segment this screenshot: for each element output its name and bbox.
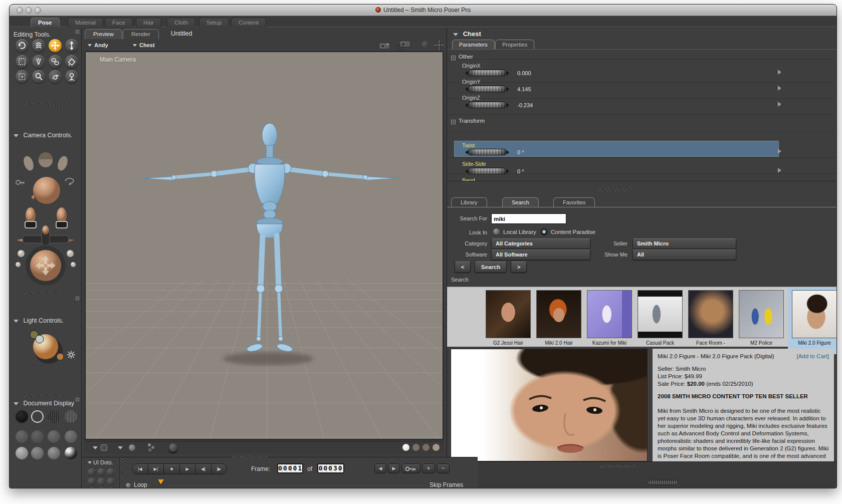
result-thumb-casual-pack[interactable]: Casual Pack: [637, 290, 684, 351]
ui-dot-button[interactable]: [88, 468, 96, 476]
loop-toggle[interactable]: [126, 483, 131, 488]
param-label[interactable]: Side-Side: [462, 161, 486, 167]
param-dial-twist[interactable]: [463, 149, 511, 155]
section-drag-handle[interactable]: [232, 455, 267, 458]
content-paradise-label[interactable]: Content Paradise: [551, 229, 595, 235]
result-thumb-kazumi[interactable]: Kazumi for Miki: [586, 290, 633, 351]
ui-dot-button[interactable]: [88, 478, 96, 486]
translate-inout-tool-button[interactable]: [65, 39, 78, 52]
add-frames-button[interactable]: +: [422, 463, 435, 473]
param-menu-arrow-icon[interactable]: [778, 168, 781, 173]
parameters-target-header[interactable]: Chest: [453, 30, 481, 38]
next-frame-button[interactable]: |▶: [212, 464, 227, 474]
color-tool-button[interactable]: [65, 55, 78, 68]
ui-dot-button[interactable]: [97, 487, 105, 488]
shadow-sphere-icon[interactable]: [169, 443, 177, 452]
timeline-slider[interactable]: [167, 484, 426, 485]
tab-favorites[interactable]: Favorites: [553, 197, 595, 207]
style-sphere-icon[interactable]: [129, 444, 135, 451]
search-button[interactable]: Search: [475, 262, 507, 273]
param-menu-arrow-icon[interactable]: [778, 86, 781, 91]
param-dial-originy[interactable]: [463, 86, 511, 92]
param-label[interactable]: OriginX: [462, 63, 481, 69]
show-me-dropdown[interactable]: All: [633, 249, 736, 260]
param-label[interactable]: OriginY: [462, 79, 481, 85]
translate-tool-button[interactable]: [49, 39, 62, 52]
stop-button[interactable]: ■: [164, 464, 180, 474]
timeline-position-marker[interactable]: [158, 479, 164, 484]
display-style-smooth-lined[interactable]: [31, 447, 44, 459]
last-frame-button[interactable]: ▶|: [148, 464, 164, 474]
camera-controls-graphic[interactable]: [10, 139, 82, 290]
software-dropdown[interactable]: All Software: [491, 249, 590, 260]
param-value[interactable]: -0.234: [517, 102, 533, 108]
tracking-dot-icon[interactable]: [412, 444, 419, 451]
tab-parameters[interactable]: Parameters: [452, 40, 495, 49]
tab-properties[interactable]: Properties: [495, 40, 534, 49]
display-style-texture-shaded[interactable]: [48, 447, 60, 459]
light-orbit-tool-button[interactable]: [65, 70, 78, 83]
direct-manipulation-tool-button[interactable]: [49, 70, 62, 83]
display-style-render[interactable]: [65, 447, 77, 459]
document-display-header[interactable]: Document Display: [14, 398, 74, 407]
light-controls-graphic[interactable]: [10, 327, 82, 377]
tab-preview[interactable]: Preview: [85, 29, 122, 39]
result-thumb-miki-hair[interactable]: Miki 2.0 Hair: [535, 290, 582, 351]
prev-page-button[interactable]: <: [455, 262, 471, 273]
view-magnifier-tool-button[interactable]: [32, 70, 45, 83]
horizontal-scrollbar[interactable]: [648, 480, 679, 485]
ui-dot-button[interactable]: [107, 478, 115, 486]
local-library-label[interactable]: Local Library: [503, 229, 536, 235]
scale-tool-button[interactable]: [16, 55, 29, 68]
delete-frames-button[interactable]: −: [437, 463, 450, 473]
figure-crosshair-icon[interactable]: [433, 39, 445, 51]
group-transform[interactable]: −Transform: [451, 118, 485, 124]
display-style-flat-shaded[interactable]: [31, 430, 44, 443]
title-bar[interactable]: Untitled – Smith Micro Poser Pro: [10, 5, 836, 16]
param-dial-sideside[interactable]: [463, 168, 511, 174]
local-library-radio[interactable]: [493, 228, 500, 235]
ui-dot-button[interactable]: [107, 487, 115, 488]
param-menu-arrow-icon[interactable]: [778, 102, 781, 107]
result-thumb-m2-police[interactable]: M2 Police: [738, 290, 785, 351]
rotate-tool-button[interactable]: [16, 39, 29, 52]
camera-controls-header[interactable]: Camera Controls.: [14, 130, 72, 139]
display-style-wireframe[interactable]: [48, 410, 60, 423]
result-thumb-miki-figure-selected[interactable]: Miki 2.0 Figure: [791, 290, 837, 351]
camera-menu-triangle-icon[interactable]: [93, 446, 98, 449]
camera-name-label[interactable]: Main Camera: [100, 56, 136, 63]
panel-expand-icon[interactable]: [76, 398, 79, 401]
first-frame-button[interactable]: |◀: [132, 464, 148, 474]
play-button[interactable]: ▶: [180, 464, 196, 474]
display-style-silhouette[interactable]: [16, 410, 28, 423]
actor-dropdown[interactable]: Andy: [88, 42, 108, 48]
param-value[interactable]: 0.000: [517, 70, 531, 76]
collapse-box-icon[interactable]: −: [451, 56, 456, 60]
tab-content[interactable]: Content: [231, 18, 266, 27]
param-menu-arrow-icon[interactable]: [778, 149, 781, 154]
ui-dot-button[interactable]: [97, 468, 105, 476]
display-style-smooth-shaded[interactable]: [16, 447, 28, 459]
grouping-tool-button[interactable]: [16, 70, 29, 83]
search-input[interactable]: [491, 213, 566, 224]
key-next-button[interactable]: ▶: [388, 463, 400, 473]
param-value[interactable]: 0 °: [517, 149, 524, 155]
ui-dot-button[interactable]: [107, 468, 115, 476]
depth-cue-sphere-icon[interactable]: [422, 41, 429, 49]
section-drag-handle[interactable]: [24, 292, 68, 295]
ui-dot-button[interactable]: [88, 487, 96, 488]
skip-frames-label[interactable]: Skip Frames: [430, 481, 463, 488]
group-other[interactable]: −Other: [451, 54, 473, 60]
add-to-cart-link[interactable]: [Add to Cart]: [796, 353, 829, 360]
current-frame-field[interactable]: 00001: [277, 463, 303, 473]
tab-cloth[interactable]: Cloth: [167, 18, 195, 27]
tab-render[interactable]: Render: [123, 29, 159, 39]
param-dial-originx[interactable]: [463, 70, 511, 76]
display-style-lit-wireframe[interactable]: [16, 430, 28, 443]
ui-dot-button[interactable]: [97, 478, 105, 486]
param-value[interactable]: 4.145: [517, 86, 531, 92]
param-label[interactable]: Twist: [462, 142, 475, 148]
frame-mode-icon[interactable]: [101, 444, 107, 451]
param-menu-arrow-icon[interactable]: [778, 70, 781, 75]
light-controls-header[interactable]: Light Controls.: [14, 316, 64, 325]
